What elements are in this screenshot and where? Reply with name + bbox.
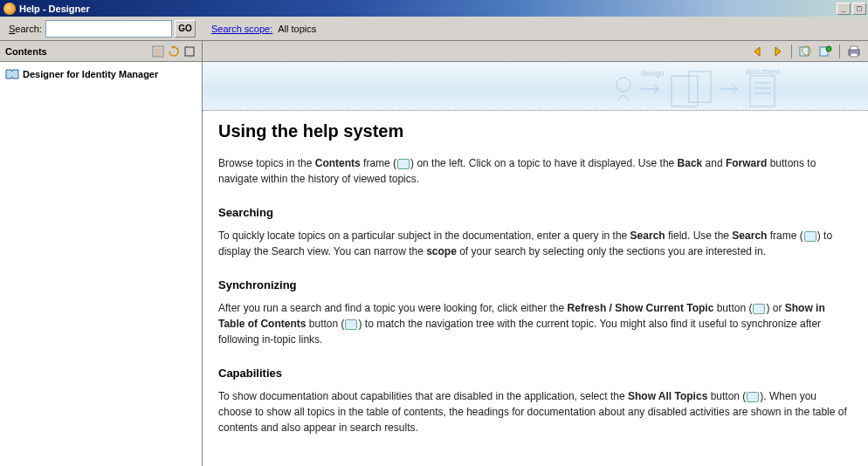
main-area: Contents Designer for Identity Manager: [0, 41, 868, 466]
print-icon[interactable]: [847, 45, 861, 58]
maximize-button[interactable]: □: [852, 3, 866, 15]
show-in-toc-icon[interactable]: [799, 45, 813, 58]
document-toolbar: [203, 41, 868, 62]
search-view-icon: [804, 231, 816, 242]
banner-label-design: design: [641, 69, 665, 78]
refresh-topic-icon: [753, 304, 765, 314]
search-input[interactable]: [45, 20, 172, 38]
back-button[interactable]: [751, 45, 765, 58]
contents-title: Contents: [5, 46, 47, 57]
search-scope-link[interactable]: Search scope:: [211, 24, 272, 34]
window-titlebar: Help - Designer _ □: [0, 0, 868, 17]
search-toolbar: Search: GO Search scope: All topics: [0, 17, 868, 41]
show-all-inline-icon: [747, 392, 759, 402]
contents-header: Contents: [0, 41, 202, 62]
show-toc-inline-icon: [345, 319, 357, 330]
svg-point-4: [826, 46, 831, 51]
svg-rect-7: [851, 53, 858, 57]
banner-label-document: document: [746, 67, 781, 76]
capabilities-heading: Capabilities: [218, 367, 852, 380]
maximize-panel-icon[interactable]: [183, 45, 196, 58]
synchronizing-paragraph: After you run a search and find a topic …: [218, 300, 852, 347]
document-panel: design document Using the help system Br…: [203, 41, 868, 466]
page-title: Using the help system: [218, 121, 852, 141]
show-all-topics-icon[interactable]: [151, 45, 165, 58]
capabilities-paragraph: To show documentation about capabilities…: [218, 388, 852, 435]
contents-icon: [397, 159, 410, 169]
document-banner: design document: [203, 62, 868, 111]
window-controls: _ □: [837, 3, 866, 15]
intro-paragraph: Browse topics in the Contents frame () o…: [218, 155, 852, 187]
minimize-button[interactable]: _: [837, 3, 851, 15]
svg-rect-6: [851, 46, 858, 50]
window-title: Help - Designer: [19, 3, 837, 14]
searching-heading: Searching: [218, 206, 852, 219]
bookmark-icon[interactable]: [818, 45, 832, 58]
document-content[interactable]: Using the help system Browse topics in t…: [203, 111, 868, 466]
contents-tree[interactable]: Designer for Identity Manager: [0, 62, 202, 466]
search-scope-value: All topics: [278, 24, 316, 34]
svg-point-8: [617, 78, 630, 92]
contents-panel: Contents Designer for Identity Manager: [0, 41, 203, 466]
svg-rect-1: [185, 47, 194, 56]
app-icon: [3, 3, 16, 15]
banner-graphic: design document: [606, 67, 851, 111]
tree-root-item[interactable]: Designer for Identity Manager: [3, 67, 198, 81]
forward-button[interactable]: [770, 45, 784, 58]
synchronizing-heading: Synchronizing: [218, 278, 852, 291]
search-label: Search:: [9, 24, 42, 34]
searching-paragraph: To quickly locate topics on a particular…: [218, 228, 852, 259]
go-button[interactable]: GO: [175, 20, 196, 38]
svg-rect-11: [750, 76, 775, 106]
refresh-icon[interactable]: [167, 45, 181, 58]
tree-root-label: Designer for Identity Manager: [23, 69, 158, 79]
book-icon: [5, 69, 19, 79]
